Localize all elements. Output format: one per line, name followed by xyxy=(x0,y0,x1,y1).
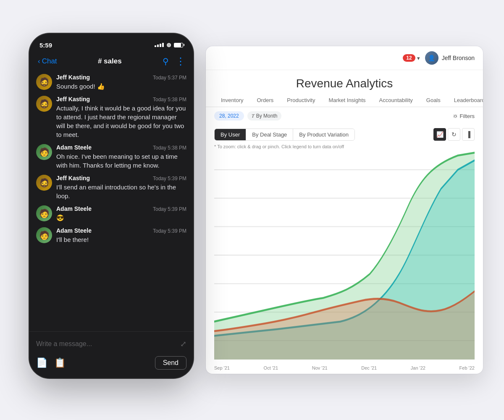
back-button[interactable]: ‹ Chat xyxy=(38,57,57,66)
tab-productivity[interactable]: Productivity xyxy=(280,94,322,107)
x-label-dec21: Dec '21 xyxy=(361,365,377,370)
tab-orders[interactable]: Orders xyxy=(250,94,280,107)
message-time: Today 5:39 PM xyxy=(153,176,186,181)
by-month-chip[interactable]: 𝑇 By Month xyxy=(247,111,282,121)
message-author: Jeff Kasting xyxy=(56,175,90,181)
tab-accountability[interactable]: Accountability xyxy=(373,94,420,107)
message-time: Today 5:38 PM xyxy=(153,145,186,151)
battery-fill xyxy=(174,43,181,47)
user-name: Jeff Bronson xyxy=(442,55,475,61)
x-axis-labels: Sep '21 Oct '21 Nov '21 Dec '21 Jan '22 … xyxy=(206,364,483,374)
filters-button[interactable]: ⛭ Filters xyxy=(453,113,475,119)
message-content: Jeff Kasting Today 5:38 PM Actually, I t… xyxy=(56,96,186,139)
message-item: 🧑 Adam Steele Today 5:39 PM 😎 xyxy=(36,205,186,222)
search-icon[interactable]: ⚲ xyxy=(163,56,169,66)
filter-funnel-icon: ⛭ xyxy=(453,113,458,119)
avatar: 🧑 xyxy=(36,227,52,243)
nav-actions: ⚲ ⋮ xyxy=(163,55,185,67)
chat-messages: 🧔 Jeff Kasting Today 5:37 PM Sounds good… xyxy=(29,71,193,331)
wifi-icon: ⊛ xyxy=(166,42,171,48)
chart-controls: By User By Deal Stage By Product Variati… xyxy=(206,125,483,144)
phone-screen: 5:59 ⊛ ‹ Cha xyxy=(29,34,193,378)
phone-notch xyxy=(84,34,139,45)
message-time: Today 5:37 PM xyxy=(153,75,186,81)
tab-goals[interactable]: Goals xyxy=(420,94,447,107)
more-icon[interactable]: ⋮ xyxy=(176,55,185,67)
avatar: 🧔 xyxy=(36,175,52,191)
message-content: Adam Steele Today 5:39 PM 😎 xyxy=(56,205,186,222)
send-button[interactable]: Send xyxy=(155,356,186,370)
attachment-icon[interactable]: 📄 xyxy=(36,357,47,368)
scene: 5:59 ⊛ ‹ Cha xyxy=(21,21,483,399)
message-author: Adam Steele xyxy=(56,227,92,234)
bar-chart-icon[interactable]: ▐ xyxy=(462,128,475,141)
document-icon[interactable]: 📋 xyxy=(54,357,66,368)
message-text: 😎 xyxy=(56,213,186,222)
notification-badge[interactable]: 12 xyxy=(403,54,415,62)
signal-icon xyxy=(155,43,164,47)
battery-icon xyxy=(174,43,183,47)
x-label-jan22: Jan '22 xyxy=(411,365,425,370)
message-time: Today 5:38 PM xyxy=(153,97,186,102)
refresh-icon[interactable]: ↻ xyxy=(448,128,460,141)
chat-toolbar: 📄 📋 Send xyxy=(36,353,186,375)
avatar: 🧔 xyxy=(36,96,52,112)
chat-input-area: Write a message... ⤢ 📄 📋 Send xyxy=(29,331,193,378)
user-avatar: 👤 xyxy=(425,51,438,65)
avatar: 🧑 xyxy=(36,144,52,160)
chat-nav-bar: ‹ Chat # sales ⚲ ⋮ xyxy=(29,52,193,71)
message-item: 🧑 Adam Steele Today 5:38 PM Oh nice. I'v… xyxy=(36,144,186,170)
message-content: Jeff Kasting Today 5:37 PM Sounds good! … xyxy=(56,74,186,91)
message-content: Adam Steele Today 5:38 PM Oh nice. I've … xyxy=(56,144,186,170)
chart-area xyxy=(206,151,483,364)
tab-market-insights[interactable]: Market Insights xyxy=(322,94,372,107)
back-label: Chat xyxy=(42,57,57,66)
message-author: Adam Steele xyxy=(56,144,92,151)
revenue-chart xyxy=(214,151,475,360)
message-text: I'll be there! xyxy=(56,235,186,244)
notification-dropdown-icon[interactable]: ▾ xyxy=(417,55,420,61)
status-time: 5:59 xyxy=(39,42,52,49)
desktop-top-bar: 12 ▾ 👤 Jeff Bronson xyxy=(206,46,483,70)
message-author: Adam Steele xyxy=(56,205,92,212)
message-author: Jeff Kasting xyxy=(56,96,90,102)
filter-bar: 28, 2022 𝑇 By Month ⛭ Filters xyxy=(206,107,483,125)
message-author: Jeff Kasting xyxy=(56,74,90,81)
message-text: I'll send an email introduction so he's … xyxy=(56,183,186,200)
message-content: Adam Steele Today 5:39 PM I'll be there! xyxy=(56,227,186,244)
message-text: Sounds good! 👍 xyxy=(56,82,186,91)
group-by-product-variation-button[interactable]: By Product Variation xyxy=(293,129,354,140)
chevron-left-icon: ‹ xyxy=(38,57,40,66)
message-item: 🧔 Jeff Kasting Today 5:37 PM Sounds good… xyxy=(36,74,186,91)
message-input-placeholder[interactable]: Write a message... xyxy=(36,340,92,348)
desktop-panel: 12 ▾ 👤 Jeff Bronson Revenue Analytics In… xyxy=(206,46,483,374)
status-right: ⊛ xyxy=(155,42,183,48)
channel-name: # sales xyxy=(98,57,122,66)
message-item: 🧑 Adam Steele Today 5:39 PM I'll be ther… xyxy=(36,227,186,244)
avatar: 🧔 xyxy=(36,74,52,90)
page-title-area: Revenue Analytics xyxy=(206,70,483,94)
message-item: 🧔 Jeff Kasting Today 5:38 PM Actually, I… xyxy=(36,96,186,139)
expand-icon[interactable]: ⤢ xyxy=(180,339,186,349)
x-label-nov21: Nov '21 xyxy=(312,365,328,370)
message-content: Jeff Kasting Today 5:39 PM I'll send an … xyxy=(56,175,186,200)
avatar: 🧑 xyxy=(36,205,52,221)
chart-type-icons: 📈 ↻ ▐ xyxy=(433,128,475,141)
group-by-buttons: By User By Deal Stage By Product Variati… xyxy=(214,129,355,141)
group-by-deal-stage-button[interactable]: By Deal Stage xyxy=(246,129,293,140)
x-label-feb22: Feb '22 xyxy=(459,365,475,370)
line-chart-icon[interactable]: 📈 xyxy=(433,128,446,141)
tab-leaderboard[interactable]: Leaderboard xyxy=(447,94,483,107)
chart-hint: * To zoom: click & drag or pinch. Click … xyxy=(206,144,483,151)
message-item: 🧔 Jeff Kasting Today 5:39 PM I'll send a… xyxy=(36,175,186,200)
nav-tabs: Inventory Orders Productivity Market Ins… xyxy=(206,94,483,107)
tab-inventory[interactable]: Inventory xyxy=(214,94,250,107)
filter-icon: 𝑇 xyxy=(252,113,255,119)
x-label-oct21: Oct '21 xyxy=(264,365,278,370)
date-filter-chip[interactable]: 28, 2022 xyxy=(214,111,244,121)
x-label-sep21: Sep '21 xyxy=(214,365,230,370)
group-by-user-button[interactable]: By User xyxy=(215,129,246,140)
phone-device: 5:59 ⊛ ‹ Cha xyxy=(29,34,193,378)
message-time: Today 5:39 PM xyxy=(153,228,186,234)
message-text: Actually, I think it would be a good ide… xyxy=(56,104,186,139)
